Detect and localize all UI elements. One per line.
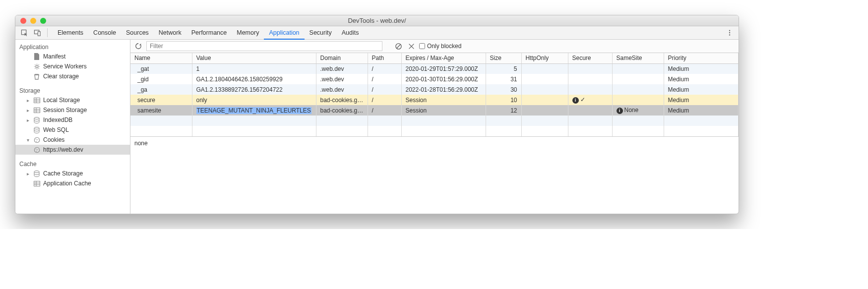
- devtools-window: DevTools - web.dev/ ElementsConsoleSourc…: [15, 15, 739, 214]
- column-header[interactable]: Secure: [568, 53, 612, 63]
- svg-point-21: [34, 147, 40, 153]
- cell-samesite: iNone: [612, 105, 664, 116]
- cell-name: _ga: [130, 84, 192, 95]
- cell-name: _gat: [130, 63, 192, 74]
- cell-value: 1: [192, 63, 316, 74]
- cell-size: 31: [486, 74, 521, 84]
- sidebar-item-cache-storage[interactable]: ▸Cache Storage: [15, 169, 130, 178]
- window-title: DevTools - web.dev/: [15, 17, 739, 24]
- db-icon: [33, 126, 40, 133]
- sidebar-item-label: Local Storage: [43, 97, 80, 104]
- table-icon: [33, 97, 40, 104]
- sidebar-item-label: Manifest: [43, 53, 65, 60]
- sidebar-item-https-web-dev[interactable]: https://web.dev: [15, 145, 130, 155]
- device-toolbar-icon[interactable]: [32, 28, 42, 38]
- cell-expires: Session: [401, 105, 486, 116]
- sidebar-item-local-storage[interactable]: ▸Local Storage: [15, 95, 130, 105]
- only-blocked-input[interactable]: [419, 43, 425, 49]
- sidebar-item-cookies[interactable]: ▾Cookies: [15, 135, 130, 145]
- cell-value: GA1.2.1804046426.1580259929: [192, 74, 316, 84]
- cell-path: /: [368, 84, 401, 95]
- table-row[interactable]: _gat1.web.dev/2020-01-29T01:57:29.000Z5M…: [130, 63, 739, 74]
- cell-priority: Medium: [664, 105, 739, 116]
- svg-rect-11: [34, 108, 40, 113]
- sidebar-item-label: Web SQL: [43, 126, 69, 133]
- cell-name: _gid: [130, 74, 192, 84]
- cell-domain: .web.dev: [316, 74, 368, 84]
- window-close-button[interactable]: [20, 18, 26, 24]
- sidebar-item-label: Session Storage: [43, 107, 87, 114]
- tab-security[interactable]: Security: [305, 26, 337, 40]
- cell-path: /: [368, 63, 401, 74]
- svg-point-19: [37, 139, 38, 140]
- table-row[interactable]: samesiteTEENAGE_MUTANT_NINJA_FLEURTLESba…: [130, 105, 739, 116]
- tab-memory[interactable]: Memory: [232, 26, 264, 40]
- sidebar-item-service-workers[interactable]: Service Workers: [15, 61, 130, 71]
- cell-secure: [568, 74, 612, 84]
- gear-icon: [33, 63, 40, 70]
- cell-path: /: [368, 74, 401, 84]
- cookies-table-wrap: NameValueDomainPathExpires / Max-AgeSize…: [130, 53, 739, 137]
- tab-performance[interactable]: Performance: [186, 26, 232, 40]
- cell-value: TEENAGE_MUTANT_NINJA_FLEURTLES: [196, 107, 311, 114]
- tab-application[interactable]: Application: [264, 26, 304, 40]
- document-icon: [33, 53, 40, 60]
- trash-icon: [33, 73, 40, 80]
- application-sidebar: ApplicationManifestService WorkersClear …: [15, 40, 130, 214]
- table-icon: [33, 180, 40, 187]
- sidebar-item-clear-storage[interactable]: Clear storage: [15, 71, 130, 81]
- chevron-icon: ▸: [25, 171, 30, 176]
- sidebar-item-application-cache[interactable]: Application Cache: [15, 178, 130, 188]
- cell-secure: i✓: [568, 95, 612, 105]
- refresh-icon[interactable]: [133, 41, 143, 51]
- only-blocked-checkbox[interactable]: Only blocked: [419, 43, 461, 50]
- cell-samesite: [612, 63, 664, 74]
- table-row[interactable]: _gidGA1.2.1804046426.1580259929.web.dev/…: [130, 74, 739, 84]
- inspect-element-icon[interactable]: [19, 28, 29, 38]
- column-header[interactable]: HttpOnly: [521, 53, 568, 63]
- sidebar-item-web-sql[interactable]: Web SQL: [15, 125, 130, 135]
- chevron-icon: ▸: [25, 117, 30, 123]
- cell-expires: 2022-01-28T01:56:29.000Z: [401, 84, 486, 95]
- clear-all-icon[interactable]: [393, 41, 403, 51]
- cell-path: /: [368, 105, 401, 116]
- column-header[interactable]: Path: [368, 53, 401, 63]
- tab-console[interactable]: Console: [88, 26, 121, 40]
- table-row[interactable]: _gaGA1.2.1338892726.1567204722.web.dev/2…: [130, 84, 739, 95]
- svg-line-31: [396, 44, 400, 48]
- sidebar-item-session-storage[interactable]: ▸Session Storage: [15, 105, 130, 115]
- cell-size: 10: [486, 95, 521, 105]
- column-header[interactable]: SameSite: [612, 53, 664, 63]
- svg-point-23: [37, 149, 38, 150]
- svg-point-17: [34, 137, 40, 143]
- more-icon[interactable]: [725, 28, 735, 38]
- info-icon: i: [572, 97, 579, 104]
- filter-input[interactable]: [146, 41, 382, 51]
- cell-samesite: [612, 84, 664, 95]
- chevron-icon: ▸: [25, 98, 30, 103]
- table-row[interactable]: secureonlybad-cookies.g…/Session10i✓Medi…: [130, 95, 739, 105]
- tab-elements[interactable]: Elements: [53, 26, 88, 40]
- tab-audits[interactable]: Audits: [337, 26, 364, 40]
- column-header[interactable]: Value: [192, 53, 316, 63]
- sidebar-item-manifest[interactable]: Manifest: [15, 52, 130, 61]
- cell-httponly: [521, 74, 568, 84]
- tab-sources[interactable]: Sources: [121, 26, 154, 40]
- column-header[interactable]: Name: [130, 53, 192, 63]
- cookies-table: NameValueDomainPathExpires / Max-AgeSize…: [130, 53, 739, 136]
- cell-domain: bad-cookies.g…: [316, 105, 368, 116]
- sidebar-item-indexeddb[interactable]: ▸IndexedDB: [15, 115, 130, 125]
- delete-selected-icon[interactable]: [406, 41, 416, 51]
- column-header[interactable]: Domain: [316, 53, 368, 63]
- svg-point-6: [36, 65, 38, 68]
- window-maximize-button[interactable]: [40, 18, 46, 24]
- only-blocked-label: Only blocked: [427, 43, 461, 50]
- svg-point-5: [729, 34, 730, 35]
- column-header[interactable]: Expires / Max-Age: [401, 53, 486, 63]
- tab-network[interactable]: Network: [154, 26, 186, 40]
- cell-priority: Medium: [664, 63, 739, 74]
- column-header[interactable]: Size: [486, 53, 521, 63]
- cell-size: 30: [486, 84, 521, 95]
- window-minimize-button[interactable]: [30, 18, 36, 24]
- column-header[interactable]: Priority: [664, 53, 739, 63]
